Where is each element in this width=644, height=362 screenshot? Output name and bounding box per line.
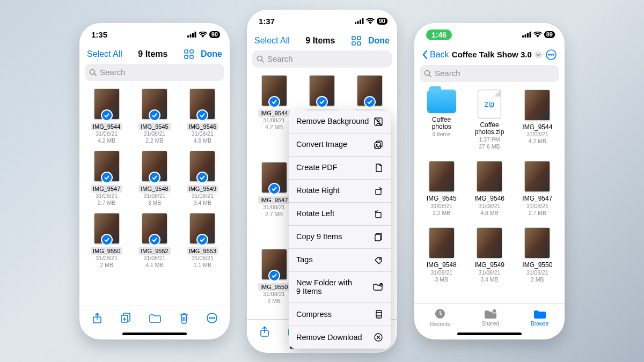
file-cell[interactable]: IMG_954631/08/214.8 MB: [467, 161, 511, 217]
svg-point-35: [379, 258, 380, 259]
file-meta-2: 2 MB: [531, 276, 544, 283]
more-icon[interactable]: [206, 312, 218, 324]
file-name: IMG_9548: [427, 262, 457, 269]
context-menu: Remove BackgroundConvert ImageCreate PDF…: [289, 110, 391, 349]
share-icon[interactable]: [91, 312, 103, 324]
status-bar: 1:35 90: [79, 23, 230, 47]
view-grid-icon[interactable]: [351, 35, 362, 46]
context-menu-item[interactable]: Tags: [289, 249, 391, 272]
file-cell[interactable]: IMG_954931/08/213.4 MB: [467, 227, 511, 283]
menu-item-icon: [375, 163, 383, 173]
file-grid: IMG_954431/08/214.2 MBIMG_954531/08/212.…: [85, 88, 224, 269]
search-field[interactable]: Search: [420, 65, 559, 82]
wifi-icon: [199, 32, 207, 38]
file-cell[interactable]: Coffee photos9 items: [420, 90, 463, 151]
file-cell[interactable]: IMG_955231/08/214.1 MB: [133, 213, 176, 269]
context-menu-item[interactable]: Copy 9 Items: [289, 226, 391, 249]
file-cell[interactable]: IMG_955031/08/212 MB: [516, 227, 559, 283]
file-cell[interactable]: IMG_954531/08/212.2 MB: [133, 88, 176, 144]
trash-icon[interactable]: [179, 312, 189, 324]
svg-point-52: [551, 54, 552, 55]
file-cell[interactable]: IMG_954731/08/212.7 MB: [516, 161, 559, 217]
menu-item-icon: [374, 117, 383, 127]
context-menu-item[interactable]: Rotate Left: [289, 203, 391, 226]
file-cell[interactable]: zipCoffee photos.zip1:37 PM27.6 MB: [467, 90, 511, 151]
context-menu-item[interactable]: Rotate Right: [289, 180, 391, 203]
home-indicator[interactable]: [457, 333, 522, 335]
done-button[interactable]: Done: [201, 49, 222, 59]
more-icon[interactable]: [545, 49, 557, 61]
file-cell[interactable]: IMG_955331/08/211.1 MB: [181, 213, 224, 269]
file-name: IMG_9550: [258, 283, 290, 291]
file-date: 31/08/21: [263, 117, 285, 124]
menu-item-label: Convert Image: [296, 140, 347, 149]
search-field[interactable]: Search: [85, 64, 224, 81]
file-size: 3.4 MB: [194, 200, 211, 206]
file-name: Coffee photos.zip: [475, 122, 504, 137]
svg-point-51: [548, 54, 550, 55]
menu-item-label: Copy 9 Items: [296, 232, 342, 241]
phone-screen-2: 1:37 90 Select All 9 Items Done Search I…: [247, 10, 397, 353]
file-cell[interactable]: IMG_954731/08/212.7 MB: [85, 151, 128, 206]
file-cell[interactable]: IMG_954831/08/213 MB: [133, 151, 176, 206]
file-size: 2.7 MB: [265, 211, 283, 218]
file-thumbnail: [477, 227, 502, 258]
share-icon[interactable]: [259, 326, 270, 337]
select-all-button[interactable]: Select All: [87, 49, 122, 59]
tab-browse[interactable]: Browse: [531, 308, 548, 327]
done-button[interactable]: Done: [368, 36, 390, 46]
select-all-button[interactable]: Select All: [254, 36, 290, 46]
svg-line-55: [429, 75, 431, 77]
file-date: 31/08/21: [96, 193, 118, 200]
selected-check-icon: [149, 234, 160, 246]
file-thumbnail: [261, 249, 287, 280]
svg-line-9: [94, 73, 97, 76]
back-button[interactable]: Back: [422, 50, 449, 60]
svg-point-53: [553, 54, 554, 55]
file-thumbnail: [261, 75, 287, 106]
file-name: IMG_9544: [522, 124, 552, 131]
view-grid-icon[interactable]: [184, 49, 194, 60]
wifi-icon: [366, 18, 375, 24]
context-menu-item[interactable]: Compress: [289, 303, 391, 326]
file-thumbnail: [94, 151, 120, 182]
file-meta-1: 31/08/21: [526, 269, 548, 276]
file-name: IMG_9544: [258, 109, 290, 117]
file-cell[interactable]: IMG_954931/08/213.4 MB: [181, 151, 224, 206]
move-icon[interactable]: [149, 313, 162, 323]
file-date: 31/08/21: [192, 193, 214, 200]
menu-item-label: New Folder with 9 Items: [296, 278, 352, 296]
home-indicator[interactable]: [122, 333, 187, 335]
status-time: 1:37: [259, 17, 275, 26]
selected-check-icon: [101, 234, 113, 246]
context-menu-item[interactable]: Convert Image: [289, 134, 391, 157]
file-thumbnail: [142, 213, 167, 244]
file-date: 31/08/21: [96, 255, 118, 262]
context-menu-item[interactable]: Remove Background: [289, 110, 391, 134]
title-dropdown-icon[interactable]: [534, 50, 543, 59]
file-thumbnail: [524, 90, 550, 121]
context-menu-item[interactable]: Create PDF: [289, 157, 391, 180]
search-field[interactable]: Search: [252, 50, 392, 68]
tab-recents[interactable]: Recents: [430, 307, 450, 327]
menu-item-icon: [374, 232, 383, 242]
file-cell[interactable]: IMG_954531/08/212.2 MB: [420, 161, 463, 217]
file-cell[interactable]: IMG_954431/08/214.2 MB: [516, 90, 559, 151]
file-cell[interactable]: IMG_954831/08/213 MB: [420, 227, 463, 283]
file-cell[interactable]: IMG_954631/08/214.8 MB: [181, 88, 224, 144]
file-thumbnail: [142, 88, 167, 120]
duplicate-icon[interactable]: [120, 312, 131, 324]
search-icon: [424, 70, 431, 77]
file-name: IMG_9548: [138, 185, 170, 193]
cellular-icon: [355, 18, 364, 24]
file-thumbnail: [429, 227, 455, 258]
context-menu-item[interactable]: New Folder with 9 Items: [289, 272, 391, 303]
file-cell[interactable]: IMG_955031/08/212 MB: [85, 213, 128, 269]
battery-level: 89: [544, 31, 555, 38]
status-time: 1:35: [91, 30, 107, 39]
status-time[interactable]: 1:46: [426, 29, 452, 40]
file-cell[interactable]: IMG_954431/08/214.2 MB: [85, 88, 128, 144]
tab-shared[interactable]: Shared: [482, 308, 499, 327]
context-menu-item[interactable]: Remove Download: [289, 326, 391, 349]
svg-point-57: [492, 309, 496, 313]
